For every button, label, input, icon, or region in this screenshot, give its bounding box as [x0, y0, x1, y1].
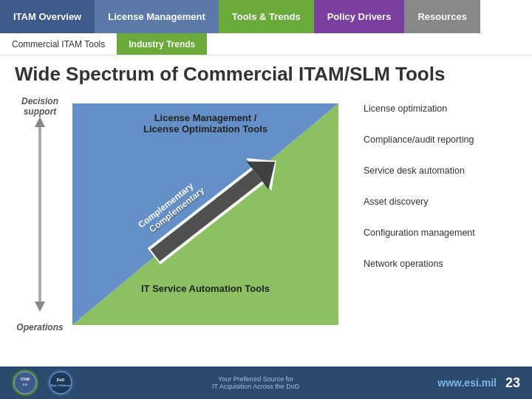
- nav-tools-trends[interactable]: Tools & Trends: [219, 0, 314, 33]
- lm-label-line1: License Management /: [143, 112, 267, 123]
- page-number: 23: [505, 375, 520, 391]
- nav-resources[interactable]: Resources: [404, 0, 480, 33]
- second-navigation: Commercial ITAM Tools Industry Trends: [0, 33, 532, 55]
- right-label-4: Configuration management: [364, 228, 475, 238]
- bottom-logos: ITAM ESI DoD Dept of Defense: [12, 369, 74, 396]
- bottom-tagline: Your Preferred Source for IT Acquisition…: [212, 375, 299, 390]
- right-label-1: Compliance/audit reporting: [364, 134, 475, 145]
- it-label: IT Service Automation Tools: [141, 283, 270, 294]
- axis-bottom-label: Operations: [16, 322, 63, 332]
- website-url: www.esi.mil: [437, 377, 497, 389]
- esi-logo: ITAM ESI: [12, 369, 38, 396]
- dod-logo: DoD Dept of Defense: [47, 369, 74, 396]
- nav-license-management[interactable]: License Management: [95, 0, 219, 33]
- right-label-3: Asset discovery: [364, 197, 475, 207]
- vertical-arrow: [33, 117, 47, 312]
- page-title: Wide Spectrum of Commercial ITAM/SLM Too…: [15, 63, 517, 86]
- main-content: Wide Spectrum of Commercial ITAM/SLM Too…: [0, 55, 532, 332]
- nav-policy-drivers[interactable]: Policy Drivers: [314, 0, 405, 33]
- bottom-right: www.esi.mil 23: [437, 375, 520, 391]
- subnav-industry-trends[interactable]: Industry Trends: [117, 33, 207, 55]
- nav-itam-overview[interactable]: ITAM Overview: [0, 0, 95, 33]
- svg-point-12: [50, 372, 72, 394]
- lm-label-line2: License Optimization Tools: [143, 123, 267, 134]
- left-axis: Decision support O: [15, 96, 65, 332]
- bottom-bar: ITAM ESI DoD Dept of Defense Your Prefer…: [0, 366, 532, 399]
- svg-marker-2: [35, 301, 45, 312]
- svg-text:Dept of Defense: Dept of Defense: [51, 384, 71, 387]
- axis-top-label: Decision support: [21, 96, 58, 117]
- svg-rect-0: [38, 124, 41, 304]
- svg-marker-1: [35, 117, 45, 127]
- svg-text:ESI: ESI: [23, 383, 27, 386]
- top-navigation: ITAM Overview License Management Tools &…: [0, 0, 532, 33]
- right-labels: License optimization Compliance/audit re…: [346, 96, 475, 269]
- right-label-0: License optimization: [364, 103, 475, 114]
- svg-text:DoD: DoD: [57, 378, 65, 382]
- right-label-2: Service desk automation: [364, 166, 475, 176]
- subnav-commercial-itam[interactable]: Commercial ITAM Tools: [0, 33, 117, 55]
- right-label-5: Network operations: [364, 259, 475, 269]
- diagram-area: Decision support O: [15, 96, 517, 332]
- svg-text:ITAM: ITAM: [21, 377, 30, 381]
- shapes-diagram: License Management / License Optimizatio…: [65, 96, 346, 332]
